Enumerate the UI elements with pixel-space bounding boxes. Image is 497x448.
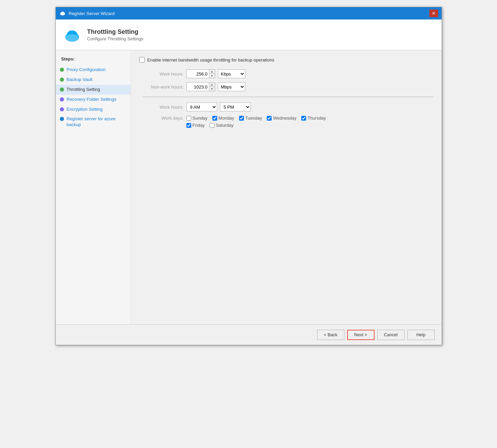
day-saturday: Saturday	[210, 123, 234, 128]
work-hours-up-button[interactable]: ▲	[209, 70, 215, 74]
title-bar: Register Server Wizard ✕	[56, 7, 442, 19]
day-thursday: Thursday	[301, 116, 326, 121]
sidebar-label-proxy: Proxy Configuration	[67, 67, 106, 73]
work-days-row-1: Work days: Sunday Monday Tuesday	[143, 116, 433, 121]
work-hours-label: Work hours:	[143, 71, 184, 77]
monday-checkbox[interactable]	[212, 116, 217, 121]
settings-divider	[143, 97, 433, 97]
dot-register	[60, 117, 64, 121]
monday-label: Monday	[219, 116, 234, 121]
dot-throttling	[60, 87, 64, 92]
dot-proxy	[60, 68, 64, 72]
dot-backup-vault	[60, 78, 64, 82]
header-text: Throttling Setting Configure Throttling …	[87, 28, 144, 41]
work-hours-spinner-buttons: ▲ ▼	[209, 70, 215, 78]
non-work-hours-spinner: ▲ ▼	[186, 82, 215, 91]
thursday-checkbox[interactable]	[301, 116, 306, 121]
sidebar-label-recovery: Recovery Folder Settings	[67, 97, 117, 103]
page-title: Throttling Setting	[87, 28, 144, 36]
sidebar-label-encryption: Encryption Setting	[67, 107, 103, 112]
header-icon	[63, 25, 82, 44]
close-button[interactable]: ✕	[429, 10, 438, 17]
sidebar-item-throttling: Throttling Setting	[56, 85, 131, 95]
day-friday: Friday	[186, 123, 205, 128]
next-button[interactable]: Next >	[347, 330, 375, 340]
non-work-hours-input[interactable]	[187, 84, 209, 90]
work-hours-down-button[interactable]: ▼	[209, 74, 215, 78]
sidebar-title: Steps:	[56, 55, 131, 65]
sidebar-label-backup-vault: Backup Vault	[67, 77, 93, 83]
work-hours-time-label: Work hours:	[143, 105, 184, 110]
sidebar-item-recovery[interactable]: Recovery Folder Settings	[56, 95, 131, 105]
day-wednesday: Wednesday	[267, 116, 296, 121]
work-hours-unit-select[interactable]: Kbps Mbps	[218, 69, 245, 78]
friday-checkbox[interactable]	[186, 123, 191, 128]
non-work-hours-bandwidth-row: Non-work hours: ▲ ▼ Kbps Mbps	[143, 82, 433, 91]
sidebar-item-proxy[interactable]: Proxy Configuration	[56, 65, 131, 75]
sidebar-item-backup-vault[interactable]: Backup Vault	[56, 75, 131, 85]
help-button[interactable]: Help	[407, 330, 435, 340]
content-area: Steps: Proxy Configuration Backup Vault …	[56, 50, 442, 324]
enable-throttling-row: Enable internet bandwidth usage throttli…	[139, 57, 433, 63]
cancel-button[interactable]: Cancel	[377, 330, 405, 340]
wizard-window: Register Server Wizard ✕ Throttling Sett…	[55, 7, 442, 345]
back-button[interactable]: < Back	[317, 330, 344, 340]
non-work-hours-unit-select[interactable]: Kbps Mbps	[218, 82, 245, 91]
enable-throttling-label: Enable internet bandwidth usage throttli…	[147, 57, 274, 63]
title-bar-title: Register Server Wizard	[69, 11, 429, 16]
dot-recovery	[60, 97, 64, 101]
wednesday-label: Wednesday	[273, 116, 296, 121]
sidebar: Steps: Proxy Configuration Backup Vault …	[56, 50, 131, 324]
work-end-time-select[interactable]: 3 PM 4 PM 5 PM 6 PM	[220, 103, 251, 111]
sidebar-item-encryption[interactable]: Encryption Setting	[56, 105, 131, 114]
work-days-row-2: Friday Saturday	[143, 123, 433, 128]
thursday-label: Thursday	[308, 116, 326, 121]
header: Throttling Setting Configure Throttling …	[56, 19, 442, 50]
page-subtitle: Configure Throttling Settings	[87, 36, 144, 41]
dot-encryption	[60, 107, 64, 111]
svg-point-3	[61, 12, 64, 14]
day-sunday: Sunday	[186, 116, 208, 121]
footer: < Back Next > Cancel Help	[56, 324, 442, 345]
title-bar-icon	[59, 10, 66, 17]
work-start-time-select[interactable]: 6 AM 7 AM 8 AM 9 AM 10 AM	[186, 103, 217, 111]
work-days-section: Work days: Sunday Monday Tuesday	[143, 116, 433, 128]
work-days-label: Work days:	[143, 116, 184, 121]
sunday-label: Sunday	[193, 116, 208, 121]
non-work-hours-label: Non-work hours:	[143, 84, 184, 90]
wednesday-checkbox[interactable]	[267, 116, 272, 121]
sidebar-label-register: Register server for azure backup	[67, 116, 127, 128]
sidebar-item-register[interactable]: Register server for azure backup	[56, 114, 131, 130]
friday-label: Friday	[193, 123, 205, 128]
non-work-hours-up-button[interactable]: ▲	[209, 83, 215, 87]
saturday-checkbox[interactable]	[210, 123, 214, 128]
work-hours-time-row: Work hours: 6 AM 7 AM 8 AM 9 AM 10 AM 3 …	[143, 103, 433, 111]
svg-point-8	[66, 34, 78, 41]
day-tuesday: Tuesday	[239, 116, 262, 121]
non-work-hours-spinner-buttons: ▲ ▼	[209, 83, 215, 91]
work-hours-spinner: ▲ ▼	[186, 69, 215, 78]
enable-throttling-checkbox[interactable]	[139, 57, 145, 63]
tuesday-checkbox[interactable]	[239, 116, 244, 121]
non-work-hours-down-button[interactable]: ▼	[209, 87, 215, 91]
main-panel: Enable internet bandwidth usage throttli…	[131, 50, 442, 324]
sunday-checkbox[interactable]	[186, 116, 191, 121]
sidebar-label-throttling: Throttling Setting	[67, 87, 100, 93]
work-hours-input[interactable]	[187, 71, 209, 77]
tuesday-label: Tuesday	[245, 116, 262, 121]
day-monday: Monday	[212, 116, 234, 121]
work-hours-bandwidth-row: Work hours: ▲ ▼ Kbps Mbps	[143, 69, 433, 78]
throttling-settings: Work hours: ▲ ▼ Kbps Mbps N	[139, 69, 433, 128]
saturday-label: Saturday	[216, 123, 234, 128]
